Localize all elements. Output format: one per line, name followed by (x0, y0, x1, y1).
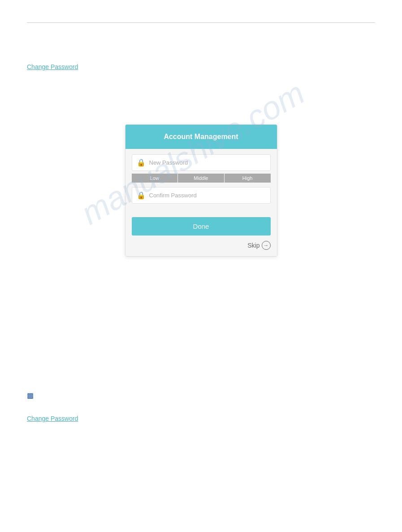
confirm-password-row: 🔒 (132, 187, 271, 204)
modal-header: Account Management (125, 125, 277, 149)
confirm-password-input[interactable] (149, 192, 266, 199)
section-link-bottom[interactable]: Change Password (27, 415, 375, 422)
new-password-row: 🔒 (132, 154, 271, 171)
strength-bar: Low Middle High (132, 174, 271, 183)
page-content: Change Password Account Management 🔒 Low (0, 0, 402, 440)
strength-low: Low (132, 174, 178, 183)
modal-title: Account Management (164, 133, 238, 140)
account-management-modal: Account Management 🔒 Low Middle (125, 124, 277, 257)
new-password-input[interactable] (149, 159, 266, 166)
done-button[interactable]: Done (132, 217, 271, 235)
skip-row: Skip → (132, 239, 271, 251)
section-link-top[interactable]: Change Password (27, 63, 78, 70)
skip-arrow-icon: → (262, 241, 271, 250)
top-divider (27, 22, 375, 23)
modal-body: 🔒 Low Middle High 🔒 (125, 149, 277, 256)
strength-high: High (225, 174, 271, 183)
lock-icon-new: 🔒 (137, 158, 146, 167)
lock-icon-confirm: 🔒 (137, 191, 146, 200)
skip-link[interactable]: Skip → (247, 241, 270, 250)
strength-middle: Middle (177, 174, 225, 183)
bookmark-icon: ▩ (27, 391, 375, 400)
modal-container: Account Management 🔒 Low Middle (27, 124, 375, 257)
